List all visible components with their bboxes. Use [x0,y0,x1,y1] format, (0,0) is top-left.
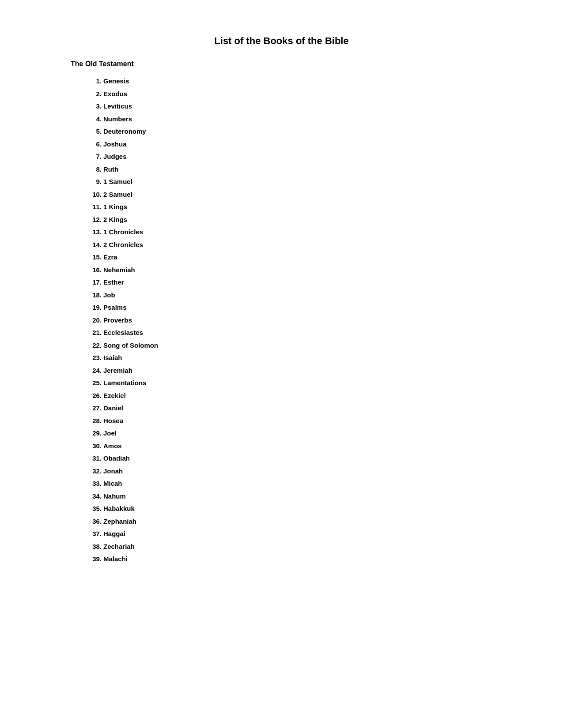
book-number: 37. [88,528,102,540]
book-number: 16. [88,264,102,277]
list-item: 19.Psalms [88,301,519,314]
book-name: Jeremiah [103,367,132,374]
old-testament-book-list: 1.Genesis2.Exodus3.Leviticus4.Numbers5.D… [88,75,519,566]
list-item: 33.Micah [88,477,519,490]
book-number: 13. [88,226,102,239]
book-name: Habakkuk [103,505,135,512]
book-name: 1 Kings [103,203,127,210]
list-item: 2.Exodus [88,88,519,101]
book-number: 34. [88,490,102,503]
book-number: 22. [88,339,102,352]
book-name: Amos [103,442,122,450]
book-number: 1. [88,75,102,88]
book-name: Zephaniah [103,518,136,525]
book-name: Lamentations [103,379,147,387]
list-item: 30.Amos [88,440,519,453]
book-name: Daniel [103,404,123,412]
list-item: 10.2 Samuel [88,188,519,201]
book-name: Hosea [103,417,123,424]
book-name: 2 Chronicles [103,241,143,248]
book-number: 21. [88,326,102,339]
book-name: 2 Samuel [103,191,132,198]
book-name: Proverbs [103,316,132,324]
book-name: Ezekiel [103,392,126,399]
book-name: Deuteronomy [103,128,146,135]
list-item: 13.1 Chronicles [88,226,519,239]
book-number: 7. [88,150,102,163]
list-item: 20.Proverbs [88,314,519,327]
book-number: 23. [88,352,102,364]
book-number: 8. [88,163,102,176]
book-number: 3. [88,100,102,113]
list-item: 25.Lamentations [88,377,519,390]
list-item: 8.Ruth [88,163,519,176]
list-item: 12.2 Kings [88,214,519,226]
list-item: 27.Daniel [88,402,519,415]
book-number: 18. [88,289,102,302]
book-number: 38. [88,540,102,553]
book-name: 2 Kings [103,216,127,223]
book-name: 1 Samuel [103,178,132,185]
list-item: 18.Job [88,289,519,302]
book-name: Psalms [103,304,127,311]
list-item: 6.Joshua [88,138,519,151]
book-name: Malachi [103,555,128,563]
book-number: 25. [88,377,102,390]
list-item: 39.Malachi [88,553,519,566]
book-number: 35. [88,503,102,515]
list-item: 9.1 Samuel [88,176,519,188]
book-number: 31. [88,452,102,465]
book-number: 26. [88,390,102,402]
list-item: 4.Numbers [88,113,519,126]
book-number: 10. [88,188,102,201]
book-name: Joshua [103,140,127,148]
list-item: 23.Isaiah [88,352,519,364]
book-name: Job [103,291,115,299]
list-item: 5.Deuteronomy [88,125,519,138]
book-name: Judges [103,153,127,160]
book-name: Exodus [103,90,127,98]
list-item: 36.Zephaniah [88,515,519,528]
book-number: 28. [88,415,102,428]
section-title-old-testament: The Old Testament [71,60,519,68]
list-item: 34.Nahum [88,490,519,503]
list-item: 32.Jonah [88,465,519,478]
book-number: 24. [88,364,102,377]
book-name: Genesis [103,77,129,85]
page-title: List of the Books of the Bible [44,35,519,47]
book-name: Zechariah [103,543,135,550]
book-number: 14. [88,239,102,251]
list-item: 3.Leviticus [88,100,519,113]
list-item: 14.2 Chronicles [88,239,519,251]
book-name: Obadiah [103,454,130,462]
book-number: 12. [88,214,102,226]
list-item: 16.Nehemiah [88,264,519,277]
book-number: 33. [88,477,102,490]
book-name: Micah [103,480,122,487]
book-number: 19. [88,301,102,314]
book-name: Ezra [103,253,117,261]
book-number: 39. [88,553,102,566]
book-name: Song of Solomon [103,341,158,349]
list-item: 17.Esther [88,276,519,289]
book-name: Isaiah [103,354,122,361]
book-name: Leviticus [103,102,132,110]
book-number: 5. [88,125,102,138]
list-item: 28.Hosea [88,415,519,428]
book-number: 17. [88,276,102,289]
book-name: Ruth [103,165,118,173]
book-name: Ecclesiastes [103,329,143,336]
book-number: 4. [88,113,102,126]
book-number: 2. [88,88,102,101]
list-item: 22.Song of Solomon [88,339,519,352]
book-number: 32. [88,465,102,478]
list-item: 37.Haggai [88,528,519,540]
list-item: 11.1 Kings [88,201,519,214]
book-number: 11. [88,201,102,214]
list-item: 24.Jeremiah [88,364,519,377]
book-name: Nahum [103,492,126,500]
book-name: Numbers [103,115,132,123]
list-item: 7.Judges [88,150,519,163]
book-name: Joel [103,429,117,437]
list-item: 29.Joel [88,427,519,440]
